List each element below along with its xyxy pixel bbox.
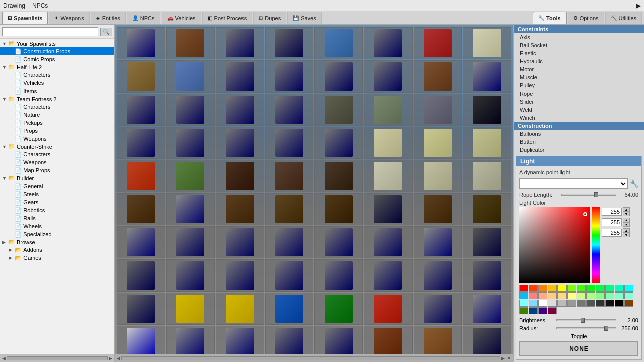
item-cell[interactable] xyxy=(117,293,165,325)
color-swatch[interactable] xyxy=(596,285,605,292)
item-cell[interactable] xyxy=(216,127,264,159)
item-cell[interactable] xyxy=(414,326,462,354)
item-cell[interactable] xyxy=(414,259,462,292)
color-swatch[interactable] xyxy=(529,292,538,299)
item-cell[interactable] xyxy=(314,326,363,354)
tab-spawnlists[interactable]: ⊞ Spawnlists xyxy=(2,12,48,24)
rgb-g-up[interactable]: ▲ xyxy=(623,218,630,222)
tree-item-games[interactable]: ▶📂Games xyxy=(0,254,114,262)
tree-item-tf2-pickups[interactable]: 📄Pickups xyxy=(0,119,114,127)
color-swatch[interactable] xyxy=(567,300,576,307)
color-swatch[interactable] xyxy=(557,285,567,292)
item-cell[interactable] xyxy=(364,293,412,325)
color-swatch[interactable] xyxy=(557,300,567,307)
item-cell[interactable] xyxy=(166,27,214,59)
item-cell[interactable] xyxy=(414,27,462,59)
tree-item-cs-characters[interactable]: 📄Characters xyxy=(0,150,114,158)
item-cell[interactable] xyxy=(364,326,412,354)
scroll-left-arrow[interactable]: ◀ xyxy=(1,356,7,361)
tree-item-builder-specialized[interactable]: 📄Specialized xyxy=(0,230,114,238)
color-swatch[interactable] xyxy=(577,300,586,307)
item-cell[interactable] xyxy=(117,259,165,292)
none-button[interactable]: NONE xyxy=(519,341,638,356)
item-cell[interactable] xyxy=(414,127,462,159)
color-swatch[interactable] xyxy=(605,285,614,292)
tree-item-browse[interactable]: ▶📂Browse xyxy=(0,238,114,246)
item-cell[interactable] xyxy=(265,60,313,93)
color-swatch[interactable] xyxy=(519,292,528,299)
grid-scroll-right[interactable]: ▶ xyxy=(500,356,506,361)
color-swatch[interactable] xyxy=(577,292,586,299)
construction-item-balloons[interactable]: Balloons xyxy=(514,130,644,138)
tree-item-builder-robotics[interactable]: 📄Robotics xyxy=(0,206,114,214)
tree-item-builder-general[interactable]: 📄General xyxy=(0,182,114,190)
color-swatch[interactable] xyxy=(586,285,595,292)
item-cell[interactable] xyxy=(216,226,264,258)
item-cell[interactable] xyxy=(314,127,363,159)
tree-item-tf2-nature[interactable]: 📄Nature xyxy=(0,111,114,119)
item-cell[interactable] xyxy=(265,160,313,192)
color-gradient[interactable] xyxy=(519,207,590,283)
item-cell[interactable] xyxy=(463,160,511,192)
color-swatch[interactable] xyxy=(548,285,557,292)
tree-item-construction-props[interactable]: 📄Construction Props xyxy=(0,47,114,55)
item-cell[interactable] xyxy=(265,127,313,159)
item-cell[interactable] xyxy=(364,259,412,292)
color-swatch[interactable] xyxy=(577,285,586,292)
item-cell[interactable] xyxy=(463,127,511,159)
constraint-item-slider[interactable]: Slider xyxy=(514,98,644,106)
grid-scroll-down[interactable]: ▼ xyxy=(506,356,512,361)
tree-item-your-spawnlists[interactable]: ▼📂Your Spawnlists xyxy=(0,40,114,47)
item-cell[interactable] xyxy=(414,160,462,192)
color-swatch[interactable] xyxy=(586,300,595,307)
item-cell[interactable] xyxy=(216,94,264,126)
brightness-thumb[interactable] xyxy=(581,318,585,323)
item-cell[interactable] xyxy=(314,226,363,258)
color-swatch[interactable] xyxy=(519,307,528,314)
tree-item-cs-mapprops[interactable]: 📄Map Props xyxy=(0,166,114,174)
item-cell[interactable] xyxy=(117,326,165,354)
rgb-b-input[interactable] xyxy=(602,229,622,237)
brightness-slider[interactable] xyxy=(556,319,616,321)
item-cell[interactable] xyxy=(216,60,264,93)
color-swatch[interactable] xyxy=(529,300,538,307)
item-cell[interactable] xyxy=(216,326,264,354)
color-swatch[interactable] xyxy=(596,292,605,299)
item-cell[interactable] xyxy=(265,193,313,225)
item-cell[interactable] xyxy=(364,60,412,93)
item-cell[interactable] xyxy=(463,27,511,59)
item-cell[interactable] xyxy=(265,27,313,59)
rgb-r-input[interactable] xyxy=(602,208,622,216)
item-cell[interactable] xyxy=(265,259,313,292)
color-swatch[interactable] xyxy=(538,300,547,307)
item-cell[interactable] xyxy=(166,94,214,126)
color-swatch[interactable] xyxy=(624,300,633,307)
color-swatch[interactable] xyxy=(624,292,633,299)
expand-arrow[interactable]: ▶ xyxy=(636,2,641,9)
tree-item-builder-rails[interactable]: 📄Rails xyxy=(0,214,114,222)
tree-item-tf2-weapons[interactable]: 📄Weapons xyxy=(0,135,114,143)
item-cell[interactable] xyxy=(117,193,165,225)
tree-item-builder-gears[interactable]: 📄Gears xyxy=(0,198,114,206)
item-cell[interactable] xyxy=(314,60,363,93)
construction-item-duplicator[interactable]: Duplicator xyxy=(514,146,644,154)
constraint-item-elastic[interactable]: Elastic xyxy=(514,49,644,57)
item-cell[interactable] xyxy=(166,259,214,292)
rgb-b-down[interactable]: ▼ xyxy=(623,233,630,237)
constraint-item-pulley[interactable]: Pulley xyxy=(514,81,644,89)
item-cell[interactable] xyxy=(117,60,165,93)
item-cell[interactable] xyxy=(166,293,214,325)
tree-item-counter-strike[interactable]: ▼📁Counter-Strike xyxy=(0,143,114,150)
search-button[interactable]: 🔍 xyxy=(100,28,112,36)
color-swatch[interactable] xyxy=(538,307,547,314)
wrench-icon[interactable]: 🔧 xyxy=(630,179,638,188)
item-cell[interactable] xyxy=(314,293,363,325)
color-swatch[interactable] xyxy=(529,285,538,292)
item-cell[interactable] xyxy=(314,94,363,126)
item-cell[interactable] xyxy=(265,326,313,354)
constraint-item-winch[interactable]: Winch xyxy=(514,114,644,122)
item-cell[interactable] xyxy=(314,27,363,59)
item-cell[interactable] xyxy=(463,94,511,126)
item-cell[interactable] xyxy=(414,293,462,325)
tree-item-hl2-items[interactable]: 📄Items xyxy=(0,87,114,95)
